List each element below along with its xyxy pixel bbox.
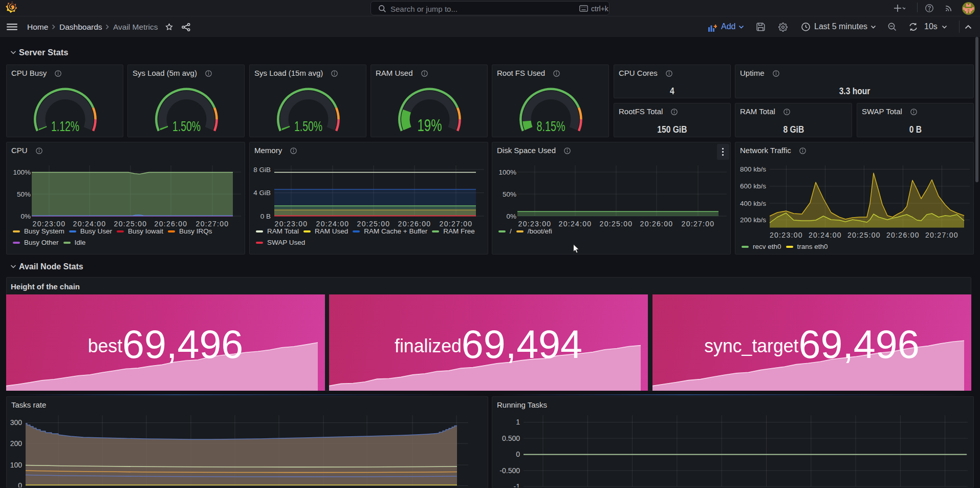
svg-text:0: 0 [516, 450, 520, 458]
svg-text:1.12%: 1.12% [51, 119, 79, 134]
svg-text:1.50%: 1.50% [294, 119, 322, 134]
svg-text:100%: 100% [13, 168, 31, 176]
svg-text:20:23:00: 20:23:00 [770, 231, 803, 239]
svg-text:50%: 50% [503, 190, 516, 198]
svg-text:0 B: 0 B [260, 213, 271, 220]
svg-text:400 kb/s: 400 kb/s [740, 200, 766, 207]
svg-text:8 GiB: 8 GiB [253, 166, 271, 174]
svg-text:20:27:00: 20:27:00 [440, 220, 473, 228]
svg-text:-0.500: -0.500 [499, 466, 520, 475]
svg-text:0%: 0% [506, 213, 516, 220]
svg-text:19%: 19% [418, 115, 442, 135]
svg-text:800 kb/s: 800 kb/s [740, 165, 766, 173]
svg-text:1: 1 [516, 418, 520, 426]
svg-text:20:23:00: 20:23:00 [33, 220, 66, 228]
svg-text:50%: 50% [17, 190, 31, 198]
svg-text:20:25:00: 20:25:00 [114, 220, 147, 228]
svg-text:300: 300 [10, 418, 23, 427]
svg-text:20:23:00: 20:23:00 [275, 220, 308, 228]
svg-text:200 kb/s: 200 kb/s [740, 216, 766, 224]
svg-text:20:24:00: 20:24:00 [559, 220, 592, 228]
svg-text:20:26:00: 20:26:00 [886, 231, 920, 239]
svg-text:20:23:00: 20:23:00 [518, 220, 552, 228]
svg-text:-1: -1 [514, 482, 520, 488]
svg-text:20:26:00: 20:26:00 [398, 220, 431, 228]
svg-text:20:25:00: 20:25:00 [847, 231, 881, 239]
svg-text:8.15%: 8.15% [537, 119, 565, 134]
svg-text:0%: 0% [20, 213, 31, 220]
svg-text:20:27:00: 20:27:00 [682, 220, 715, 228]
svg-text:200: 200 [10, 439, 23, 448]
svg-text:20:24:00: 20:24:00 [316, 220, 350, 228]
svg-text:20:24:00: 20:24:00 [809, 231, 842, 239]
svg-text:1.50%: 1.50% [172, 119, 201, 134]
svg-text:20:27:00: 20:27:00 [925, 231, 959, 239]
svg-text:600 kb/s: 600 kb/s [740, 182, 766, 190]
svg-text:20:25:00: 20:25:00 [600, 220, 633, 228]
svg-text:100%: 100% [498, 168, 516, 176]
svg-text:20:26:00: 20:26:00 [155, 220, 188, 228]
svg-text:0.500: 0.500 [502, 434, 520, 442]
svg-text:20:27:00: 20:27:00 [196, 220, 229, 228]
svg-text:0: 0 [18, 481, 22, 487]
svg-text:20:24:00: 20:24:00 [73, 220, 106, 228]
svg-text:20:25:00: 20:25:00 [357, 220, 390, 228]
svg-text:4 GiB: 4 GiB [253, 189, 271, 197]
svg-text:100: 100 [10, 461, 23, 469]
svg-text:20:26:00: 20:26:00 [640, 220, 673, 228]
